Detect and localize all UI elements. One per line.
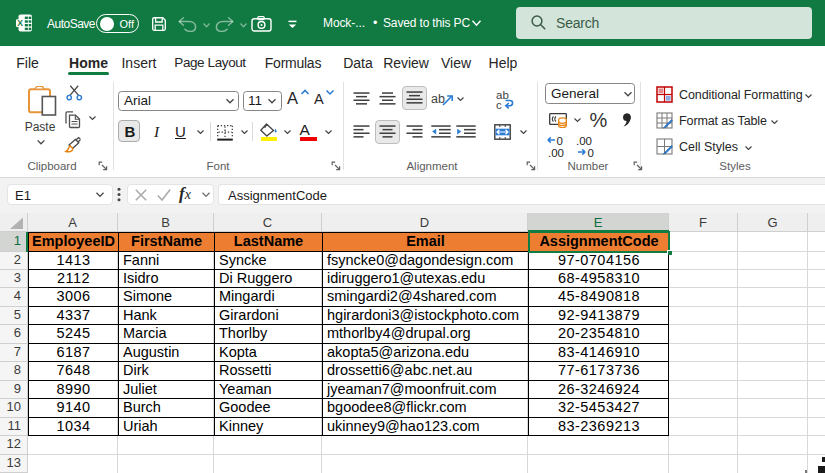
svg-text:0: 0 [557,135,563,147]
svg-text:ab: ab [431,92,445,106]
svg-text:.00: .00 [576,135,592,147]
svg-text:.00: .00 [548,147,564,159]
svg-text:c: c [496,99,502,110]
svg-text:X: X [17,18,23,28]
svg-text:0: 0 [588,147,594,159]
